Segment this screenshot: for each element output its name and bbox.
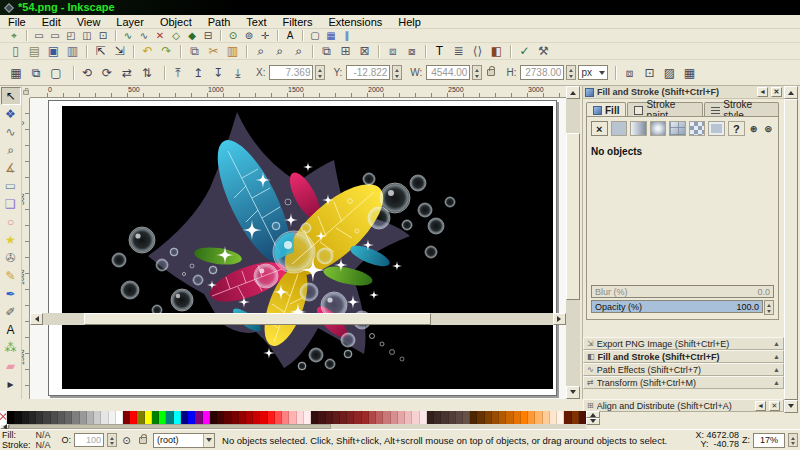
snap-paths[interactable]: ∿ <box>137 29 151 42</box>
undo[interactable]: ↶ <box>139 44 156 59</box>
opacity-slider[interactable]: Opacity (%) 100.0 <box>591 300 763 313</box>
tab-stroke-paint[interactable]: Stroke paint <box>627 102 703 117</box>
y-field[interactable]: -12.822 <box>346 65 390 80</box>
dock-restore-button[interactable]: ◄ <box>755 401 766 411</box>
palette-swatch[interactable] <box>514 411 521 424</box>
tool-tweak[interactable]: ∿ <box>1 123 21 141</box>
scroll-up-icon[interactable] <box>784 86 798 99</box>
tool-rectangle[interactable]: ▭ <box>1 177 21 195</box>
xml-editor[interactable]: ⟨⟩ <box>469 44 486 59</box>
palette-swatch[interactable] <box>304 411 311 424</box>
affect-corners[interactable]: ⊡ <box>640 64 658 82</box>
palette-swatch[interactable] <box>340 411 347 424</box>
lock-ratio-icon[interactable] <box>487 69 495 76</box>
dock-close-button[interactable]: ✕ <box>769 401 780 411</box>
menubar-item[interactable]: View <box>69 16 109 28</box>
paint-flat[interactable] <box>611 121 628 136</box>
palette-swatch[interactable] <box>492 411 499 424</box>
affect-gradients[interactable]: ▨ <box>660 64 678 82</box>
scroll-down-icon[interactable] <box>784 400 798 413</box>
unit-dropdown[interactable]: px <box>578 65 608 80</box>
tab-stroke-style[interactable]: Stroke style <box>704 102 779 117</box>
layer-selector[interactable]: (root) <box>153 433 215 448</box>
rotate-90-ccw[interactable]: ⟲ <box>78 64 96 82</box>
zoom-field[interactable]: 17% <box>753 433 785 448</box>
lower[interactable]: ↧ <box>209 64 227 82</box>
vertical-ruler[interactable]: 0500100015002000 <box>22 98 30 399</box>
palette-swatch[interactable] <box>246 411 253 424</box>
dock-bar-fill-stroke[interactable]: ◧ Fill and Stroke (Shift+Ctrl+F) ▲ <box>583 350 784 363</box>
fill-stroke-dialog[interactable]: ◧ <box>488 44 505 59</box>
paint-linear-gradient[interactable] <box>630 121 647 136</box>
snap-bbox-centers[interactable]: ⊡ <box>96 29 110 42</box>
collapse-icon[interactable]: ▲ <box>773 379 780 386</box>
raise-to-top[interactable]: ⤒ <box>169 64 187 82</box>
palette-swatch[interactable] <box>166 411 173 424</box>
snap-bbox-corners[interactable]: ◰ <box>64 29 78 42</box>
copy[interactable]: ⧉ <box>186 44 203 59</box>
flip-horizontal[interactable]: ⇄ <box>118 64 136 82</box>
canvas-horizontal-scrollbar[interactable] <box>30 313 566 325</box>
palette-swatch[interactable] <box>420 411 427 424</box>
save-document[interactable]: ▣ <box>45 44 62 59</box>
tool-calligraphy[interactable]: ✐ <box>1 303 21 321</box>
paste[interactable]: ▥ <box>224 44 241 59</box>
layer-visibility-icon[interactable]: ⊙ <box>120 434 133 447</box>
palette-swatch[interactable] <box>354 411 361 424</box>
palette-swatch[interactable] <box>195 411 202 424</box>
dock-bar-transform[interactable]: ⇄ Transform (Shift+Ctrl+M) ▲ <box>583 376 784 389</box>
palette-scroll-buttons[interactable] <box>586 411 600 424</box>
vscroll-thumb[interactable] <box>566 133 580 299</box>
snap-grids[interactable]: ▦ <box>324 29 338 42</box>
palette-swatch[interactable] <box>43 411 50 424</box>
snap-enable[interactable]: ⌖ <box>7 29 21 42</box>
snap-cusp-nodes[interactable]: ◇ <box>169 29 183 42</box>
zoom-spinner[interactable] <box>788 433 798 447</box>
palette-swatch[interactable] <box>152 411 159 424</box>
fill-stroke-indicator[interactable]: Fill: N/A Stroke: N/A <box>2 430 51 450</box>
menubar-item[interactable]: Filters <box>275 16 321 28</box>
palette-swatch[interactable] <box>22 411 29 424</box>
palette-swatch[interactable] <box>376 411 383 424</box>
layers-dialog[interactable]: ≣ <box>450 44 467 59</box>
palette-swatch[interactable] <box>232 411 239 424</box>
menubar-item[interactable]: Help <box>390 16 429 28</box>
palette-swatch[interactable] <box>65 411 72 424</box>
palette-swatch[interactable] <box>260 411 267 424</box>
zoom-to-drawing[interactable]: ⌕ <box>271 44 288 59</box>
palette-swatch[interactable] <box>456 411 463 424</box>
palette-swatch[interactable] <box>123 411 130 424</box>
cut[interactable]: ✂ <box>205 44 222 59</box>
palette-swatch[interactable] <box>572 411 579 424</box>
snap-bbox-edge-midpoints[interactable]: ◫ <box>80 29 94 42</box>
opacity-spinner[interactable] <box>764 300 774 315</box>
dock-restore-button[interactable]: ◄ <box>757 87 768 97</box>
menubar-item[interactable]: Extensions <box>320 16 390 28</box>
menubar-item[interactable]: Path <box>200 16 239 28</box>
dock-close-button[interactable]: ✕ <box>771 87 782 97</box>
height-field[interactable]: 2738.00 <box>520 65 564 80</box>
palette-swatch[interactable] <box>521 411 528 424</box>
palette-swatch[interactable] <box>564 411 571 424</box>
y-spinner[interactable] <box>392 65 402 80</box>
palette-swatch[interactable] <box>369 411 376 424</box>
palette-swatch[interactable] <box>130 411 137 424</box>
export-png[interactable]: ⇲ <box>111 44 128 59</box>
zoom-to-page[interactable]: ⌕ <box>290 44 307 59</box>
snap-text-baselines[interactable]: A <box>283 29 297 42</box>
palette-swatch[interactable] <box>383 411 390 424</box>
palette-swatch[interactable] <box>550 411 557 424</box>
snap-path-intersections[interactable]: ✕ <box>153 29 167 42</box>
deselect[interactable]: ▢ <box>47 64 65 82</box>
tool-star[interactable]: ★ <box>1 231 21 249</box>
palette-swatch[interactable] <box>29 411 36 424</box>
snap-smooth-nodes[interactable]: ◆ <box>185 29 199 42</box>
palette-swatch[interactable] <box>449 411 456 424</box>
layer-lock-icon[interactable] <box>139 437 147 444</box>
palette-swatch[interactable] <box>210 411 217 424</box>
palette-swatch[interactable] <box>268 411 275 424</box>
palette-swatch[interactable] <box>203 411 210 424</box>
palette-swatch[interactable] <box>427 411 434 424</box>
palette-swatch[interactable] <box>224 411 231 424</box>
tool-selector[interactable]: ↖ <box>1 87 21 105</box>
